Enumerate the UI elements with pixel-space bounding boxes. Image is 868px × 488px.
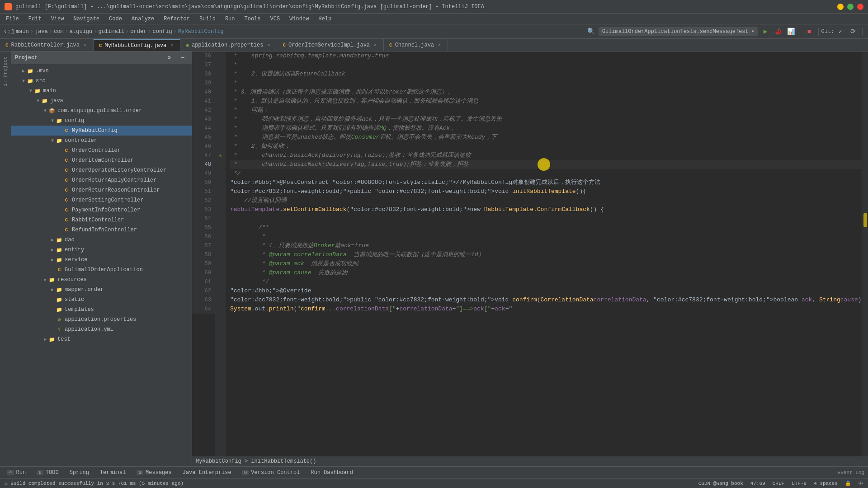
breadcrumb-java[interactable]: java — [35, 28, 48, 35]
search-everywhere-btn[interactable]: 🔍 — [586, 26, 597, 37]
breadcrumb-main[interactable]: main — [16, 28, 29, 35]
debug-button[interactable]: 🐞 — [773, 26, 783, 37]
breadcrumb-com[interactable]: com — [54, 28, 64, 35]
menu-help[interactable]: Help — [315, 15, 335, 23]
tree-settings-btn[interactable]: ⚙ — [164, 52, 175, 63]
sidebar-project-tab[interactable]: 1: Project — [1, 54, 10, 89]
code-line-38: * 2、设置确认回调ReturnCallback — [230, 70, 862, 79]
messages-tab[interactable]: 0 Messages — [133, 469, 175, 477]
java-enterprise-tab[interactable]: Java Enterprise — [179, 469, 235, 477]
tree-node-dao[interactable]: ▶📁dao — [11, 235, 192, 245]
menu-view[interactable]: View — [47, 15, 68, 23]
tree-node-main[interactable]: ▼📁main — [11, 86, 192, 96]
tab-close-btn[interactable]: × — [437, 42, 442, 48]
tree-node-mapper[interactable]: ▶📁mapper.order — [11, 285, 192, 295]
tree-node-app[interactable]: CGulimallOrderApplication — [11, 265, 192, 275]
tree-node-payment-ctrl[interactable]: CPaymentInfoController — [11, 205, 192, 215]
tree-node-static[interactable]: 📁static — [11, 295, 192, 305]
run-dashboard-tab[interactable]: Run Dashboard — [307, 469, 357, 477]
menu-edit[interactable]: Edit — [25, 15, 45, 23]
breadcrumb-gulimall[interactable]: gulimall — [98, 28, 124, 35]
minimize-button[interactable] — [837, 4, 844, 10]
cursor-position[interactable]: 47:69 — [750, 481, 765, 486]
menu-tools[interactable]: Tools — [241, 15, 264, 23]
tab-order-item-service[interactable]: C OrderItemServiceImpl.java × — [277, 39, 384, 51]
charset[interactable]: UTF-8 — [792, 481, 807, 486]
tree-node-test[interactable]: ▶📁test — [11, 334, 192, 344]
indent[interactable]: 4 spaces — [814, 481, 838, 486]
menu-vcs[interactable]: VCS — [267, 15, 284, 23]
minimap[interactable] — [862, 52, 868, 456]
tree-node-controller[interactable]: ▼📁controller — [11, 136, 192, 145]
terminal-tab[interactable]: Terminal — [96, 469, 130, 477]
tree-node-service[interactable]: ▶📁service — [11, 255, 192, 265]
tab-close-btn[interactable]: × — [82, 42, 88, 48]
tree-node-order-reason-ctrl[interactable]: COrderReturnReasonController — [11, 185, 192, 195]
breadcrumb-myrabbitconfig[interactable]: MyRabbitConfig — [178, 28, 224, 35]
run-tab[interactable]: 4 Run — [4, 469, 29, 477]
code-line-45: * 消息就一直是unacked状态。即使Consumer宕机。消息不会丢失，会重… — [230, 133, 862, 142]
tab-close-btn[interactable]: × — [169, 43, 175, 49]
tree-node-rabbit-ctrl[interactable]: CRabbitController — [11, 215, 192, 225]
tree-node-order-pkg[interactable]: ▼📦com.atguigu.gulimall.order — [11, 106, 192, 116]
menu-build[interactable]: Build — [196, 15, 219, 23]
project-title: Project — [15, 55, 38, 61]
code-line-57: * 1、只要消息抵达Broker就ack=true — [230, 241, 862, 250]
tree-node-my-rabbit[interactable]: CMyRabbitConfig — [11, 126, 192, 136]
code-line-63: "color:#cc7832;font-weight:bold;">public… — [230, 296, 862, 305]
toolbar-back[interactable]: ‹:1 — [4, 26, 14, 37]
menu-file[interactable]: File — [2, 15, 23, 23]
tab-close-btn[interactable]: × — [266, 42, 271, 48]
event-log[interactable]: Event Log — [838, 470, 864, 475]
tree-node-order-item-ctrl[interactable]: COrderItemController — [11, 155, 192, 165]
tree-node-java[interactable]: ▼📁java — [11, 96, 192, 106]
stop-button[interactable]: ■ — [804, 26, 815, 37]
tab-channel[interactable]: C Channel.java × — [384, 39, 448, 51]
title-bar: gulimall [F:\gulimall] – ...\gulimall-or… — [0, 0, 868, 14]
tree-node-mvn[interactable]: ▶📁.mvn — [11, 66, 192, 76]
tree-node-order-ret-ctrl[interactable]: COrderReturnApplyController — [11, 175, 192, 185]
tree-node-order-op-ctrl[interactable]: COrderOperateHistoryController — [11, 165, 192, 175]
version-control-tab[interactable]: 9 Version Control — [239, 469, 304, 477]
tree-node-app-prop[interactable]: ⚙application.properties — [11, 314, 192, 324]
spring-tab[interactable]: Spring — [66, 469, 93, 477]
run-button[interactable]: ▶ — [760, 26, 771, 37]
tree-node-refund-ctrl[interactable]: CRefundInfoController — [11, 225, 192, 235]
line-number-41: 41 — [192, 97, 211, 106]
breadcrumb-atguigu[interactable]: atguigu — [70, 28, 92, 35]
run-config-selector[interactable]: GulimallOrderApplicationTests.sendMessag… — [599, 27, 758, 36]
close-button[interactable] — [857, 4, 863, 10]
line-number-49: 49 — [192, 169, 211, 178]
tree-node-src[interactable]: ▼📁src — [11, 76, 192, 86]
tree-node-config[interactable]: ▼📁config — [11, 116, 192, 126]
git-commit-btn[interactable]: ✓ — [835, 26, 846, 37]
menu-navigate[interactable]: Navigate — [70, 15, 103, 23]
line-number-58: 58 — [192, 250, 211, 259]
line-number-57: 57 — [192, 241, 211, 250]
tree-node-templates[interactable]: 📁templates — [11, 305, 192, 314]
code-content[interactable]: * spring.rabbitmq.template.mandatory=tru… — [226, 52, 862, 456]
tree-node-entity[interactable]: ▶📁entity — [11, 245, 192, 255]
tab-app-properties[interactable]: ⚙ application.properties × — [180, 39, 277, 51]
tab-rabbit-controller[interactable]: C RabbitController.java × — [0, 39, 94, 51]
tree-collapse-btn[interactable]: — — [177, 52, 188, 63]
tab-close-btn[interactable]: × — [373, 42, 378, 48]
menu-refactor[interactable]: Refactor — [160, 15, 193, 23]
menu-window[interactable]: Window — [286, 15, 312, 23]
tree-node-order-ctrl[interactable]: COrderController — [11, 145, 192, 155]
menu-run[interactable]: Run — [222, 15, 239, 23]
keyboard-layout[interactable]: 中 — [859, 480, 863, 487]
tree-node-resources[interactable]: ▶📁resources — [11, 275, 192, 285]
tab-myrabbitconfig[interactable]: C MyRabbitConfig.java × — [94, 39, 180, 51]
todo-tab[interactable]: 6 TODO — [33, 469, 62, 477]
breadcrumb-config[interactable]: config — [153, 28, 172, 35]
maximize-button[interactable] — [847, 4, 854, 10]
tree-node-order-set-ctrl[interactable]: COrderSettingController — [11, 195, 192, 205]
menu-code[interactable]: Code — [105, 15, 126, 23]
breadcrumb-order[interactable]: order — [130, 28, 146, 35]
tree-node-app-yml[interactable]: Yapplication.yml — [11, 324, 192, 334]
run-with-coverage-btn[interactable]: 📊 — [785, 26, 796, 37]
line-ending[interactable]: CRLF — [773, 481, 784, 486]
menu-analyze[interactable]: Analyze — [128, 15, 158, 23]
git-update-btn[interactable]: ⟳ — [848, 26, 859, 37]
